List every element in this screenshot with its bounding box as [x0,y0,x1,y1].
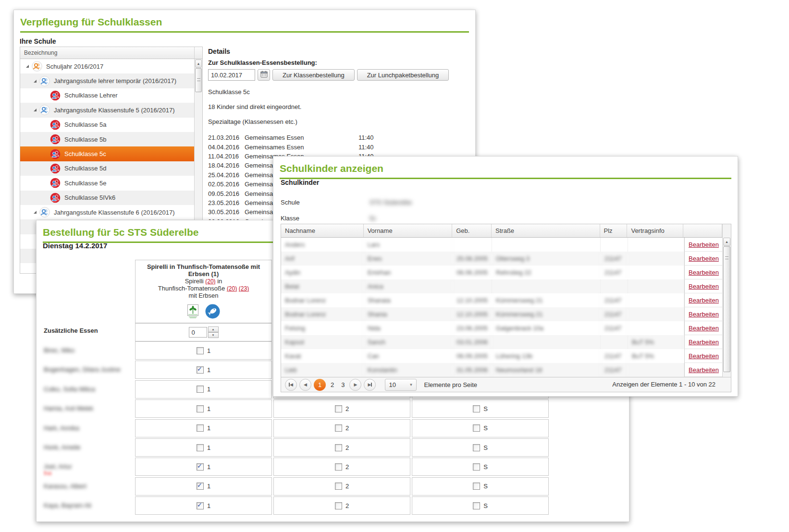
tree-expander-icon[interactable] [26,65,29,68]
ingredient-info-link[interactable]: (23) [239,285,249,292]
ingredient-info-link[interactable]: (20) [205,278,215,285]
tree-item[interactable]: Schuljahr 2016/2017 [20,59,194,73]
student-note: frei [44,470,52,477]
cell-plz [601,335,628,349]
ingredient-info-link[interactable]: (20) [227,285,237,292]
edit-link[interactable]: Bearbeiten [689,297,719,304]
meal-option-cell: 2 [273,438,410,457]
student-name: Bogenhagen, Dilara Justine [44,366,121,373]
checkbox-icon[interactable] [197,347,204,354]
cell-geb: 03.01.2006 [453,335,492,349]
cell-vorname: Anica [364,279,453,293]
extra-meals-input[interactable] [189,327,207,338]
tree-item[interactable]: Jahrgangsstufe Klassenstufe 5 (2016/2017… [20,103,194,117]
edit-link[interactable]: Bearbeiten [689,269,719,276]
tree-item[interactable]: Jahrgangsstufe Klassenstufe 6 (2016/2017… [20,205,194,219]
tree-item[interactable]: Schulklasse 5c [20,146,194,161]
scrollbar-thumb[interactable] [195,68,202,92]
edit-link[interactable]: Bearbeiten [689,283,719,290]
order-day-label: Dienstag 14.2.2017 [43,242,107,250]
edit-link[interactable]: Bearbeiten [689,255,719,262]
last-page-icon[interactable]: ▶ [364,379,376,391]
student-name: Colko, Sofia Milica [44,386,95,393]
cell-vertrag [628,293,684,307]
cell-plz: 21147 [601,266,628,279]
tree-item[interactable]: Schulklasse Lehrer [20,88,194,103]
scroll-up-icon[interactable]: ▲ [723,238,730,246]
cell-actions: Bearbeiten [684,321,723,335]
checkbox-icon[interactable] [335,502,342,509]
edit-link[interactable]: Bearbeiten [689,241,719,248]
edit-link[interactable]: Bearbeiten [689,325,719,332]
meal-option-label: 2 [345,502,349,509]
page-link[interactable]: 3 [339,381,347,388]
checkbox-icon[interactable] [473,463,480,471]
cell-strasse: Kümmersweg 21 [492,307,601,321]
checkbox-icon[interactable] [197,444,204,451]
tree-expander-icon[interactable] [34,109,37,111]
checkbox-icon[interactable] [473,483,480,490]
meal-icons [139,304,268,322]
tree-item[interactable]: Schulklasse 5e [20,176,194,190]
checkbox-checked-icon[interactable] [197,463,204,471]
order-date-input[interactable] [208,69,255,81]
extra-meals-label: Zusätzliche Essen [44,327,98,334]
meal-option-label: 1 [207,347,210,354]
edit-link[interactable]: Bearbeiten [689,311,719,318]
column-header-actions [683,224,722,237]
cell-geb: 06.09.2005 [453,349,492,363]
checkbox-icon[interactable] [335,424,342,432]
checkbox-icon[interactable] [335,463,342,471]
checkbox-icon[interactable] [473,444,480,451]
table-scrollbar[interactable]: ▲ [722,237,731,376]
table-row: Bodnar LorenzShania12.10.2005Kümmersweg … [281,307,731,321]
checkbox-icon[interactable] [473,424,480,432]
tree-item[interactable]: Schulklasse 5b [20,132,194,146]
tree-item[interactable]: Schulklasse 5IVk6 [20,191,194,205]
page-size-select[interactable]: 10▼ [385,379,417,391]
tree-item[interactable]: Schulklasse 5d [20,161,194,176]
checkbox-icon[interactable] [335,483,342,490]
prev-page-icon[interactable]: ◀ [299,379,311,391]
first-page-icon[interactable]: ◀ [285,379,297,391]
cell-actions: Bearbeiten [684,266,723,279]
tree-expander-icon[interactable] [34,80,37,83]
checkbox-icon[interactable] [197,386,204,393]
next-page-icon[interactable]: ▶ [349,379,361,391]
page-link[interactable]: 2 [328,381,336,388]
checkbox-icon[interactable] [473,502,480,509]
checkbox-checked-icon[interactable] [197,502,204,509]
stepper-up-icon[interactable]: ▲ [208,326,219,332]
calendar-button[interactable] [258,69,270,81]
checkbox-checked-icon[interactable] [197,366,204,374]
edit-link[interactable]: Bearbeiten [689,352,719,360]
selected-class-label: Schulklasse 5c [208,88,470,96]
checkbox-icon[interactable] [197,405,204,412]
special-day-label: Gemeinsames Essen [245,134,358,141]
edit-link[interactable]: Bearbeiten [689,366,719,374]
cell-actions: Bearbeiten [684,293,723,307]
checkbox-icon[interactable] [335,405,342,412]
edit-link[interactable]: Bearbeiten [689,339,719,346]
class-order-button[interactable]: Zur Klassenbestellung [272,69,355,81]
cell-strasse: Kümmersweg 21 [492,293,601,307]
lunch-order-button[interactable]: Zur Lunchpaketbestellung [357,69,449,81]
checkbox-icon[interactable] [197,424,204,432]
meal-option-cell: S [412,477,549,496]
checkbox-icon[interactable] [473,405,480,412]
pagination-bar: ◀◀123▶▶10▼Elemente pro SeiteAnzeigen der… [281,377,731,392]
tree-item[interactable]: Schulklasse 5a [20,118,194,132]
tree-expander-icon[interactable] [34,211,37,214]
cell-vertrag: BuT 5% [628,349,684,363]
stepper-down-icon[interactable]: ▼ [208,332,219,338]
tree-item[interactable]: Jahrgangsstufe lehrer temporär (2016/201… [20,73,194,88]
checkbox-icon[interactable] [335,444,342,451]
cell-nachname: Bodnar Lorenz [281,307,364,321]
scroll-up-icon[interactable]: ▲ [195,60,202,68]
fish-icon [205,304,220,320]
scrollbar-thumb[interactable] [723,246,730,372]
checkbox-checked-icon[interactable] [197,483,204,490]
page-current[interactable]: 1 [314,379,326,391]
cell-vorname: Lars [364,238,453,252]
special-day-date: 18.04.2016 [208,162,245,169]
